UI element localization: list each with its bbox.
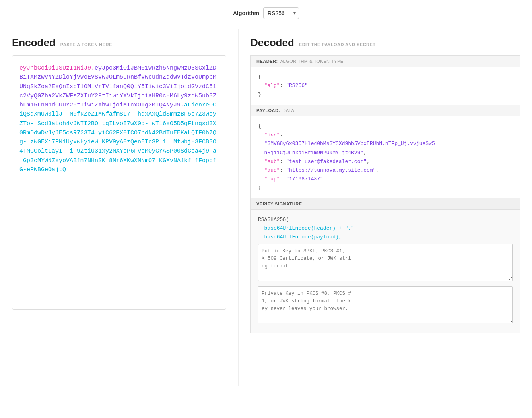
header-alg-value: "RS256" (286, 83, 308, 89)
payload-content: { "iss": "3MVG8y6x0357Hled0bMs3YSXd9hb5V… (251, 116, 520, 198)
token-part3: aLienreOCiQSdXmUw3llJ- N9fRZeZIMWfafmSL7… (19, 102, 216, 173)
decoded-subtitle: EDIT THE PAYLOAD AND SECRET (299, 42, 376, 47)
algorithm-select[interactable]: RS256 (263, 7, 299, 19)
verify-param2: base64UrlEncode(payload), (264, 234, 342, 240)
payload-sub-key: "sub" (264, 159, 280, 164)
decoded-panel: Decoded EDIT THE PAYLOAD AND SECRET HEAD… (239, 29, 532, 386)
payload-exp-value: "1719871487" (286, 176, 323, 182)
encoded-title: Encoded (12, 37, 56, 49)
verify-param1: base64UrlEncode(header) + "." + (264, 225, 361, 231)
payload-aud-comma: , (376, 167, 379, 173)
algorithm-select-wrapper[interactable]: RS256 (263, 7, 299, 19)
private-key-textarea[interactable] (258, 286, 513, 323)
payload-sub-value: "test.user@fakedealer.com" (286, 159, 367, 164)
verify-fn: RSASHA256( (258, 217, 289, 223)
payload-sub-comma: , (367, 159, 370, 164)
algorithm-label: Algorithm (233, 10, 259, 16)
token-part1: eyJhbGciOiJSUzI1NiJ9 (19, 65, 91, 72)
payload-section: PAYLOAD:DATA { "iss": "3MVG8y6x0357Hled0… (250, 105, 520, 198)
header-close-brace: } (258, 91, 261, 97)
token-dot2: . (181, 102, 184, 108)
payload-sub-colon: : (280, 159, 286, 164)
encoded-token-box[interactable]: eyJhbGciOiJSUzI1NiJ9.eyJpc3MiOiJBM01WRzh… (12, 55, 226, 310)
public-key-textarea[interactable] (258, 244, 513, 281)
verify-section-header: VERIFY SIGNATURE (251, 198, 520, 210)
payload-iss-key: "iss" (264, 132, 280, 138)
token-dot1: . (91, 65, 95, 72)
payload-iss-comma: , (363, 150, 367, 156)
payload-iss-colon: : (280, 132, 283, 138)
payload-label: PAYLOAD: (256, 108, 280, 113)
header-section: HEADER:ALGORITHM & TOKEN TYPE { "alg": "… (250, 55, 520, 105)
payload-iss-value: "3MVG8y6x0357Hled0bMs3YSXd9hb5VpxERUbN.n… (264, 141, 435, 147)
header-section-header: HEADER:ALGORITHM & TOKEN TYPE (251, 56, 520, 67)
encoded-panel-header: Encoded PASTE A TOKEN HERE (12, 37, 226, 49)
main-layout: Encoded PASTE A TOKEN HERE eyJhbGciOiJSU… (0, 29, 532, 386)
verify-section: VERIFY SIGNATURE RSASHA256( base64UrlEnc… (250, 198, 520, 333)
header-colon: : (280, 83, 286, 89)
payload-aud-key: "aud" (264, 167, 280, 173)
payload-exp-key: "exp" (264, 176, 280, 182)
header-alg-key: "alg" (264, 83, 280, 89)
payload-section-header: PAYLOAD:DATA (251, 105, 520, 116)
header-open-brace: { (258, 74, 261, 80)
algorithm-bar: Algorithm RS256 (0, 0, 532, 29)
decoded-panel-header: Decoded EDIT THE PAYLOAD AND SECRET (250, 37, 520, 49)
payload-open-brace: { (258, 123, 261, 129)
payload-aud-colon: : (280, 167, 286, 173)
payload-iss-value2: hRji1CjJFhka1Br1m9N2UkMY_jt4BV9" (264, 150, 364, 156)
header-sublabel: ALGORITHM & TOKEN TYPE (280, 59, 344, 64)
encoded-panel: Encoded PASTE A TOKEN HERE eyJhbGciOiJSU… (0, 29, 239, 386)
payload-exp-colon: : (280, 176, 286, 182)
payload-sublabel: DATA (283, 108, 295, 113)
decoded-title: Decoded (250, 37, 294, 49)
payload-close-brace: } (258, 185, 261, 191)
verify-label: VERIFY SIGNATURE (256, 201, 302, 206)
payload-aud-value: "https://sunnova.my.site.com" (286, 167, 376, 173)
verify-content: RSASHA256( base64UrlEncode(header) + "."… (251, 210, 520, 332)
header-label: HEADER: (256, 59, 278, 64)
encoded-subtitle: PASTE A TOKEN HERE (60, 42, 112, 47)
header-content: { "alg": "RS256" } (251, 67, 520, 104)
